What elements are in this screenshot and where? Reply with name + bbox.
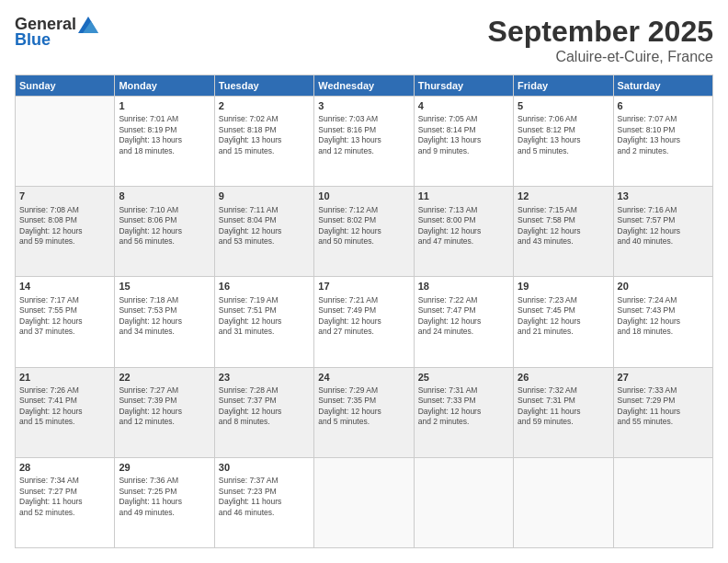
day-info: Sunrise: 7:05 AM Sunset: 8:14 PM Dayligh… xyxy=(418,114,509,156)
calendar-cell: 12Sunrise: 7:15 AM Sunset: 7:58 PM Dayli… xyxy=(514,187,613,277)
day-info: Sunrise: 7:33 AM Sunset: 7:29 PM Dayligh… xyxy=(618,385,709,428)
day-info: Sunrise: 7:02 AM Sunset: 8:18 PM Dayligh… xyxy=(219,114,310,156)
day-number: 13 xyxy=(618,190,709,203)
day-number: 21 xyxy=(19,371,110,385)
calendar-week-row: 14Sunrise: 7:17 AM Sunset: 7:55 PM Dayli… xyxy=(16,277,713,367)
calendar-cell: 22Sunrise: 7:27 AM Sunset: 7:39 PM Dayli… xyxy=(115,367,214,457)
calendar-cell: 1Sunrise: 7:01 AM Sunset: 8:19 PM Daylig… xyxy=(115,97,214,187)
calendar-cell: 27Sunrise: 7:33 AM Sunset: 7:29 PM Dayli… xyxy=(613,367,712,457)
calendar-cell: 6Sunrise: 7:07 AM Sunset: 8:10 PM Daylig… xyxy=(613,97,712,187)
page: General Blue September 2025 Caluire-et-C… xyxy=(0,0,728,563)
calendar-week-row: 28Sunrise: 7:34 AM Sunset: 7:27 PM Dayli… xyxy=(16,457,713,547)
calendar-cell: 26Sunrise: 7:32 AM Sunset: 7:31 PM Dayli… xyxy=(514,367,613,457)
day-number: 8 xyxy=(119,190,210,203)
calendar-cell: 8Sunrise: 7:10 AM Sunset: 8:06 PM Daylig… xyxy=(115,187,214,277)
day-number: 1 xyxy=(119,99,210,113)
day-info: Sunrise: 7:01 AM Sunset: 8:19 PM Dayligh… xyxy=(119,114,210,156)
location-title: Caluire-et-Cuire, France xyxy=(488,49,713,65)
day-info: Sunrise: 7:03 AM Sunset: 8:16 PM Dayligh… xyxy=(318,114,409,156)
day-number: 5 xyxy=(518,99,609,113)
calendar-cell: 3Sunrise: 7:03 AM Sunset: 8:16 PM Daylig… xyxy=(314,97,414,187)
day-number: 29 xyxy=(119,461,210,475)
calendar-day-header: Saturday xyxy=(613,75,712,97)
day-info: Sunrise: 7:11 AM Sunset: 8:04 PM Dayligh… xyxy=(219,205,310,247)
day-number: 4 xyxy=(418,99,509,113)
day-info: Sunrise: 7:31 AM Sunset: 7:33 PM Dayligh… xyxy=(418,385,509,428)
day-number: 27 xyxy=(618,371,709,385)
day-info: Sunrise: 7:37 AM Sunset: 7:23 PM Dayligh… xyxy=(219,476,310,518)
calendar-cell: 28Sunrise: 7:34 AM Sunset: 7:27 PM Dayli… xyxy=(16,457,115,547)
calendar-week-row: 21Sunrise: 7:26 AM Sunset: 7:41 PM Dayli… xyxy=(16,367,713,457)
calendar-cell: 21Sunrise: 7:26 AM Sunset: 7:41 PM Dayli… xyxy=(16,367,115,457)
calendar-cell: 16Sunrise: 7:19 AM Sunset: 7:51 PM Dayli… xyxy=(214,277,313,367)
day-info: Sunrise: 7:34 AM Sunset: 7:27 PM Dayligh… xyxy=(19,476,110,518)
header: General Blue September 2025 Caluire-et-C… xyxy=(15,15,713,65)
day-info: Sunrise: 7:19 AM Sunset: 7:51 PM Dayligh… xyxy=(219,295,310,338)
day-number: 26 xyxy=(518,371,609,385)
logo: General Blue xyxy=(15,15,98,50)
calendar-cell: 30Sunrise: 7:37 AM Sunset: 7:23 PM Dayli… xyxy=(214,457,313,547)
day-info: Sunrise: 7:27 AM Sunset: 7:39 PM Dayligh… xyxy=(119,385,210,428)
day-info: Sunrise: 7:06 AM Sunset: 8:12 PM Dayligh… xyxy=(518,114,609,156)
day-number: 17 xyxy=(318,280,409,293)
day-number: 14 xyxy=(19,280,110,293)
calendar-cell: 14Sunrise: 7:17 AM Sunset: 7:55 PM Dayli… xyxy=(16,277,115,367)
day-info: Sunrise: 7:32 AM Sunset: 7:31 PM Dayligh… xyxy=(518,385,609,428)
day-info: Sunrise: 7:08 AM Sunset: 8:08 PM Dayligh… xyxy=(19,205,110,247)
day-number: 28 xyxy=(19,461,110,475)
calendar-cell: 15Sunrise: 7:18 AM Sunset: 7:53 PM Dayli… xyxy=(115,277,214,367)
day-info: Sunrise: 7:13 AM Sunset: 8:00 PM Dayligh… xyxy=(418,205,509,247)
day-info: Sunrise: 7:29 AM Sunset: 7:35 PM Dayligh… xyxy=(318,385,409,428)
day-info: Sunrise: 7:18 AM Sunset: 7:53 PM Dayligh… xyxy=(119,295,210,338)
day-number: 12 xyxy=(518,190,609,203)
day-info: Sunrise: 7:26 AM Sunset: 7:41 PM Dayligh… xyxy=(19,385,110,428)
day-number: 10 xyxy=(318,190,409,203)
calendar-cell: 11Sunrise: 7:13 AM Sunset: 8:00 PM Dayli… xyxy=(414,187,513,277)
day-number: 24 xyxy=(318,371,409,385)
day-number: 25 xyxy=(418,371,509,385)
calendar-cell: 2Sunrise: 7:02 AM Sunset: 8:18 PM Daylig… xyxy=(214,97,313,187)
logo-blue: Blue xyxy=(15,30,51,50)
calendar-header-row: SundayMondayTuesdayWednesdayThursdayFrid… xyxy=(16,75,713,97)
calendar-cell: 23Sunrise: 7:28 AM Sunset: 7:37 PM Dayli… xyxy=(214,367,313,457)
day-number: 22 xyxy=(119,371,210,385)
day-number: 15 xyxy=(119,280,210,293)
day-number: 20 xyxy=(618,280,709,293)
day-info: Sunrise: 7:07 AM Sunset: 8:10 PM Dayligh… xyxy=(618,114,709,156)
day-number: 6 xyxy=(618,99,709,113)
day-number: 23 xyxy=(219,371,310,385)
calendar-cell xyxy=(514,457,613,547)
day-info: Sunrise: 7:21 AM Sunset: 7:49 PM Dayligh… xyxy=(318,295,409,338)
calendar-week-row: 1Sunrise: 7:01 AM Sunset: 8:19 PM Daylig… xyxy=(16,97,713,187)
calendar-day-header: Friday xyxy=(514,75,613,97)
calendar-cell: 25Sunrise: 7:31 AM Sunset: 7:33 PM Dayli… xyxy=(414,367,513,457)
day-number: 9 xyxy=(219,190,310,203)
day-info: Sunrise: 7:36 AM Sunset: 7:25 PM Dayligh… xyxy=(119,476,210,518)
calendar-day-header: Wednesday xyxy=(314,75,414,97)
calendar-cell: 13Sunrise: 7:16 AM Sunset: 7:57 PM Dayli… xyxy=(613,187,712,277)
calendar-cell: 10Sunrise: 7:12 AM Sunset: 8:02 PM Dayli… xyxy=(314,187,414,277)
day-number: 16 xyxy=(219,280,310,293)
calendar-cell xyxy=(613,457,712,547)
day-number: 7 xyxy=(19,190,110,203)
calendar-cell: 17Sunrise: 7:21 AM Sunset: 7:49 PM Dayli… xyxy=(314,277,414,367)
day-info: Sunrise: 7:17 AM Sunset: 7:55 PM Dayligh… xyxy=(19,295,110,338)
day-number: 30 xyxy=(219,461,310,475)
day-info: Sunrise: 7:22 AM Sunset: 7:47 PM Dayligh… xyxy=(418,295,509,338)
calendar-week-row: 7Sunrise: 7:08 AM Sunset: 8:08 PM Daylig… xyxy=(16,187,713,277)
day-info: Sunrise: 7:24 AM Sunset: 7:43 PM Dayligh… xyxy=(618,295,709,338)
day-number: 2 xyxy=(219,99,310,113)
logo-icon xyxy=(78,17,98,33)
calendar-cell: 5Sunrise: 7:06 AM Sunset: 8:12 PM Daylig… xyxy=(514,97,613,187)
day-info: Sunrise: 7:28 AM Sunset: 7:37 PM Dayligh… xyxy=(219,385,310,428)
calendar-cell: 19Sunrise: 7:23 AM Sunset: 7:45 PM Dayli… xyxy=(514,277,613,367)
calendar-cell: 24Sunrise: 7:29 AM Sunset: 7:35 PM Dayli… xyxy=(314,367,414,457)
day-info: Sunrise: 7:15 AM Sunset: 7:58 PM Dayligh… xyxy=(518,205,609,247)
title-area: September 2025 Caluire-et-Cuire, France xyxy=(488,15,713,65)
day-info: Sunrise: 7:12 AM Sunset: 8:02 PM Dayligh… xyxy=(318,205,409,247)
day-info: Sunrise: 7:10 AM Sunset: 8:06 PM Dayligh… xyxy=(119,205,210,247)
calendar-cell: 9Sunrise: 7:11 AM Sunset: 8:04 PM Daylig… xyxy=(214,187,313,277)
calendar-day-header: Tuesday xyxy=(214,75,313,97)
calendar-cell: 4Sunrise: 7:05 AM Sunset: 8:14 PM Daylig… xyxy=(414,97,513,187)
calendar-cell: 29Sunrise: 7:36 AM Sunset: 7:25 PM Dayli… xyxy=(115,457,214,547)
